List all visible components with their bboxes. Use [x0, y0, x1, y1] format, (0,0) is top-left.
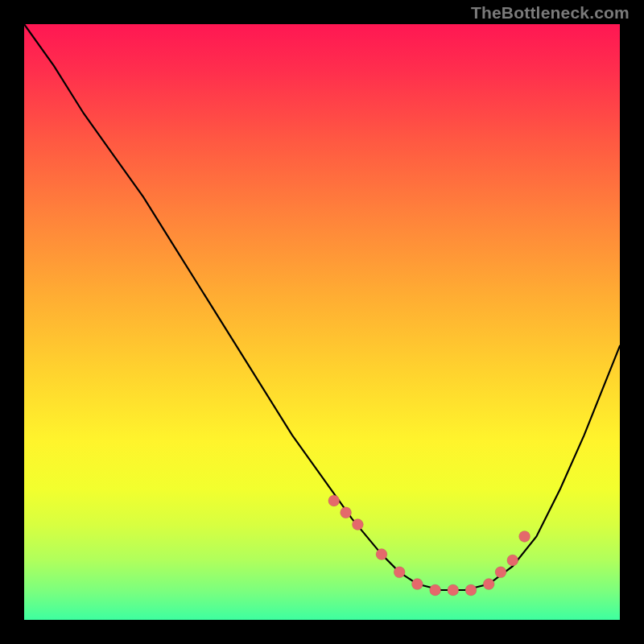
marker-dot [376, 549, 387, 560]
curve-line [24, 24, 620, 590]
marker-dot [448, 584, 459, 596]
marker-dot [507, 555, 518, 566]
marker-dot [341, 507, 352, 518]
marker-dot [411, 579, 423, 590]
marker-dot [394, 567, 405, 578]
marker-dot [519, 530, 530, 542]
marker-dot [483, 579, 494, 590]
marker-dot [352, 519, 363, 530]
watermark-text: TheBottleneck.com [471, 3, 630, 23]
marker-dot [495, 567, 506, 578]
marker-dot [430, 584, 441, 596]
marker-dot [465, 584, 477, 596]
chart-frame: TheBottleneck.com [0, 0, 644, 644]
marker-dot [328, 495, 340, 506]
marker-dots [328, 495, 530, 596]
chart-svg [24, 24, 620, 620]
plot-area [24, 24, 620, 620]
